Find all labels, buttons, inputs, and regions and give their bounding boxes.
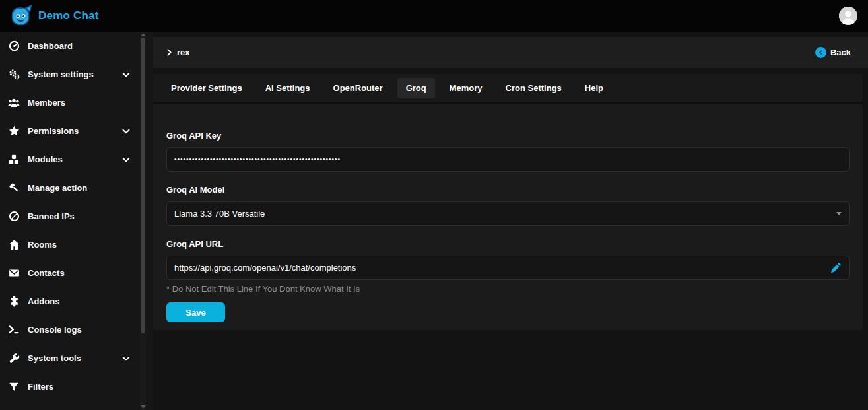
tab-memory[interactable]: Memory — [441, 78, 491, 98]
star-icon — [7, 125, 21, 137]
sidebar-item-permissions[interactable]: Permissions — [0, 117, 153, 145]
scrollbar-up-arrow-icon[interactable] — [141, 33, 146, 36]
sidebar-item-label: System settings — [28, 69, 94, 79]
chevron-right-icon — [165, 48, 174, 57]
sidebar-scrollbar-thumb[interactable] — [141, 38, 145, 333]
model-label: Groq AI Model — [166, 185, 850, 195]
top-navbar: Demo Chat — [0, 0, 868, 32]
ban-icon — [7, 211, 21, 222]
tab-cron-settings[interactable]: Cron Settings — [497, 78, 570, 98]
home-icon — [7, 239, 21, 250]
tab-provider-settings[interactable]: Provider Settings — [162, 78, 251, 98]
brand-logo[interactable]: Demo Chat — [11, 5, 99, 27]
puzzle-icon — [7, 296, 21, 307]
model-select[interactable]: Llama 3.3 70B Versatile — [166, 201, 850, 226]
sidebar-item-label: Addons — [28, 296, 59, 306]
api-key-input[interactable] — [166, 147, 850, 172]
edit-pencil-icon[interactable] — [830, 262, 842, 273]
sidebar-scrollbar[interactable] — [140, 32, 146, 410]
modules-icon — [7, 154, 21, 165]
sidebar-item-console-logs[interactable]: Console logs — [0, 316, 153, 344]
gears-icon — [7, 69, 21, 80]
sidebar-item-label: Manage action — [28, 183, 87, 193]
main-content: rex Back Provider Settings AI Settings O… — [153, 32, 868, 410]
sidebar-item-label: Banned IPs — [28, 211, 75, 221]
sidebar-item-system-tools[interactable]: System tools — [0, 344, 153, 372]
select-caret-icon — [836, 212, 842, 215]
api-url-input[interactable] — [166, 256, 850, 280]
chevron-down-icon — [121, 155, 131, 164]
model-selected-value: Llama 3.3 70B Versatile — [174, 209, 265, 219]
sidebar-item-label: Modules — [28, 154, 63, 164]
sidebar-item-label: Console logs — [28, 325, 82, 335]
gavel-icon — [7, 182, 21, 193]
sidebar-item-label: Permissions — [28, 126, 79, 136]
settings-card: Provider Settings AI Settings OpenRouter… — [153, 74, 863, 330]
wrench-icon — [7, 353, 21, 364]
sidebar-item-system-settings[interactable]: System settings — [0, 60, 153, 88]
sidebar-item-filters[interactable]: Filters — [0, 372, 153, 401]
breadcrumb-bar: rex Back — [153, 37, 868, 68]
sidebar-item-label: Dashboard — [28, 41, 73, 51]
sidebar-item-label: Filters — [28, 382, 53, 392]
breadcrumb-current: rex — [177, 48, 190, 57]
sidebar-item-partial[interactable] — [0, 401, 153, 410]
chevron-down-icon — [121, 354, 131, 363]
api-url-label: Groq API URL — [166, 239, 850, 249]
sidebar-item-label: Members — [28, 98, 65, 108]
sidebar-item-label: Rooms — [28, 240, 57, 250]
tab-groq[interactable]: Groq — [397, 78, 435, 98]
breadcrumb: rex — [165, 48, 190, 57]
brand-name: Demo Chat — [38, 9, 99, 22]
api-key-field-group: Groq API Key — [166, 131, 850, 172]
back-label: Back — [830, 48, 851, 57]
sidebar-item-banned-ips[interactable]: Banned IPs — [0, 202, 153, 230]
sidebar-item-manage-action[interactable]: Manage action — [0, 174, 153, 202]
api-url-warning-note: * Do Not Edit This Line If You Dont Know… — [166, 284, 850, 294]
tab-bar: Provider Settings AI Settings OpenRouter… — [153, 74, 863, 104]
groq-settings-form: Groq API Key Groq AI Model Llama 3.3 70B… — [153, 104, 863, 322]
sidebar-item-rooms[interactable]: Rooms — [0, 230, 153, 259]
sidebar-item-label: Contacts — [28, 268, 65, 278]
user-avatar[interactable] — [839, 7, 857, 25]
chevron-down-icon — [121, 127, 131, 136]
filter-icon — [7, 382, 21, 392]
sidebar-item-addons[interactable]: Addons — [0, 287, 153, 316]
users-icon — [7, 97, 21, 109]
sidebar-item-members[interactable]: Members — [0, 88, 153, 117]
chevron-left-circle-icon — [815, 47, 826, 58]
model-field-group: Groq AI Model Llama 3.3 70B Versatile — [166, 185, 850, 226]
sidebar-item-label: System tools — [28, 353, 81, 363]
chevron-down-icon — [121, 70, 131, 79]
tab-help[interactable]: Help — [576, 78, 612, 98]
back-button[interactable]: Back — [815, 47, 851, 58]
api-url-field-group: Groq API URL * Do Not Edit This Line If … — [166, 239, 850, 294]
terminal-icon — [7, 324, 21, 335]
sidebar-item-modules[interactable]: Modules — [0, 145, 153, 174]
tab-ai-settings[interactable]: AI Settings — [257, 78, 319, 98]
scrollbar-down-arrow-icon[interactable] — [141, 405, 146, 409]
save-button[interactable]: Save — [166, 302, 225, 322]
dashboard-icon — [7, 40, 21, 51]
sidebar-item-contacts[interactable]: Contacts — [0, 259, 153, 287]
api-key-label: Groq API Key — [166, 131, 850, 141]
sidebar-item-dashboard[interactable]: Dashboard — [0, 32, 153, 60]
tab-openrouter[interactable]: OpenRouter — [325, 78, 391, 98]
envelope-icon — [7, 267, 21, 279]
sidebar-nav: Dashboard System settings Members Permis… — [0, 32, 153, 410]
chat-bubble-logo-icon — [11, 5, 33, 27]
